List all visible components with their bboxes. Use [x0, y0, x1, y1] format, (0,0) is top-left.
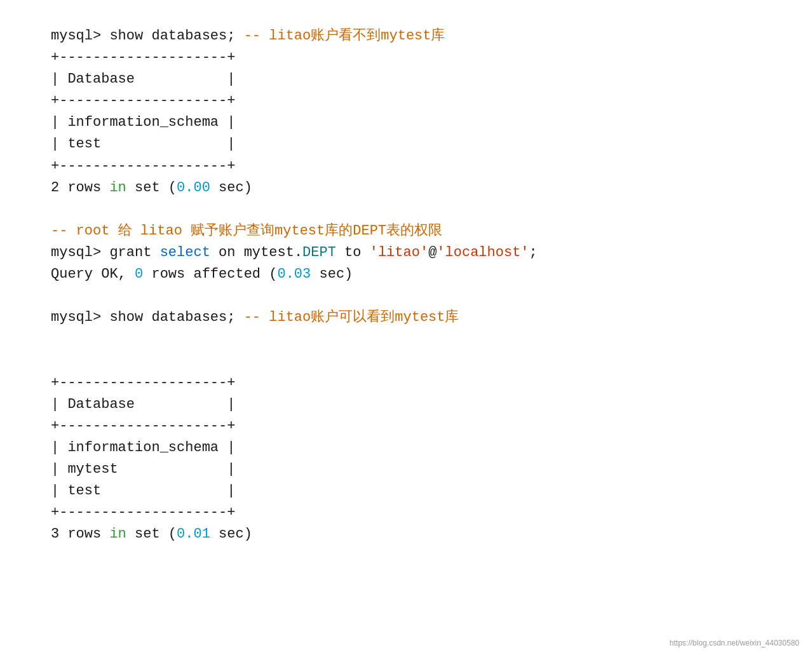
terminal-line-3: +--------------------+	[51, 90, 812, 112]
terminal-line-19: | information_schema |	[51, 437, 812, 459]
terminal-line-22: +--------------------+	[51, 502, 812, 524]
terminal-line-10: mysql> grant select on mytest.DEPT to 'l…	[51, 242, 812, 264]
watermark: https://blog.csdn.net/weixin_44030580	[670, 637, 799, 649]
terminal-line-17: | Database |	[51, 394, 812, 416]
terminal-line-1: +--------------------+	[51, 47, 812, 69]
terminal-line-7: 2 rows in set (0.00 sec)	[51, 177, 812, 199]
terminal-line-2: | Database |	[51, 69, 812, 90]
terminal-line-15	[51, 350, 812, 372]
terminal-line-4: | information_schema |	[51, 112, 812, 133]
terminal-line-11: Query OK, 0 rows affected (0.03 sec)	[51, 264, 812, 285]
terminal-line-0: mysql> show databases; -- litao账户看不到myte…	[51, 25, 812, 47]
terminal-line-18: +--------------------+	[51, 416, 812, 437]
terminal-line-20: | mytest |	[51, 459, 812, 480]
terminal-line-5: | test |	[51, 133, 812, 155]
terminal-line-21: | test |	[51, 480, 812, 502]
terminal-line-13: mysql> show databases; -- litao账户可以看到myt…	[51, 307, 812, 328]
terminal-window: mysql> show databases; -- litao账户看不到myte…	[25, 13, 812, 657]
terminal-line-6: +--------------------+	[51, 156, 812, 177]
terminal-line-23: 3 rows in set (0.01 sec)	[51, 524, 812, 545]
terminal-line-8	[51, 199, 812, 220]
terminal-line-14	[51, 328, 812, 350]
terminal-line-9: -- root 给 litao 赋予账户查询mytest库的DEPT表的权限	[51, 220, 812, 242]
terminal-line-16: +--------------------+	[51, 372, 812, 394]
terminal-line-12	[51, 285, 812, 307]
